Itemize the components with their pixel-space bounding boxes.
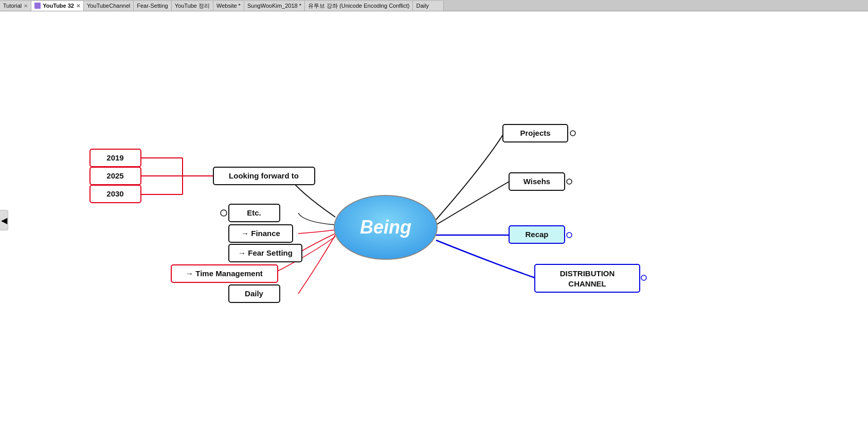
tab-daily[interactable]: Daily — [413, 1, 444, 11]
center-node-label: Being — [360, 217, 411, 238]
tab-sungwookim[interactable]: SungWooKim_2018 * — [244, 1, 305, 11]
conn-etc — [298, 213, 335, 225]
fearsetting-node-label: → Fear Setting — [238, 248, 293, 257]
sidebar-handle[interactable]: ◀ — [0, 210, 8, 230]
tab-label: YouTubeChannel — [87, 3, 130, 9]
tab-label: YouTube 정리 — [175, 2, 210, 10]
conn-wisehs — [436, 182, 509, 225]
wisehs-handle[interactable] — [567, 179, 572, 184]
tab-label-youtube32: YouTube 32 — [43, 3, 74, 9]
y2025-node-label: 2025 — [106, 171, 123, 180]
y2019-node-label: 2019 — [106, 153, 123, 162]
tab-fearsetting[interactable]: Fear-Setting — [134, 1, 172, 11]
tab-unicode[interactable]: 유투브 강좌 (Unicode Encoding Conflict) — [305, 1, 413, 11]
tab-label: Website * — [216, 3, 241, 9]
wisehs-node-label: Wisehs — [523, 177, 550, 186]
timemanagement-node-label: → Time Management — [186, 269, 263, 278]
tab-label: Fear-Setting — [137, 3, 168, 9]
tab-icon-youtube32 — [34, 3, 41, 9]
sidebar-handle-icon: ◀ — [1, 216, 7, 225]
conn-projects — [436, 133, 504, 220]
etc-handle[interactable] — [221, 210, 227, 216]
tab-youtubechannel[interactable]: YouTubeChannel — [84, 1, 134, 11]
projects-node-label: Projects — [520, 129, 550, 137]
tab-website[interactable]: Website * — [213, 1, 244, 11]
distribution-node-label-line2: CHANNEL — [568, 279, 606, 288]
conn-fearsetting — [298, 234, 335, 253]
tab-bar: Tutorial ✕ YouTube 32 ✕ YouTubeChannel F… — [0, 0, 868, 11]
looking-forward-node-label: Looking forward to — [229, 171, 299, 180]
y2030-node-label: 2030 — [106, 189, 123, 198]
projects-handle[interactable] — [570, 131, 575, 136]
distribution-node-label-line1: DISTRIBUTION — [560, 269, 615, 278]
tab-tutorial[interactable]: Tutorial ✕ — [0, 1, 31, 11]
recap-node-label: Recap — [525, 230, 548, 239]
recap-handle[interactable] — [567, 233, 572, 238]
tab-youtube32[interactable]: YouTube 32 ✕ — [31, 1, 84, 11]
distribution-handle[interactable] — [641, 275, 646, 280]
conn-daily — [298, 235, 335, 294]
daily-node-label: Daily — [245, 289, 264, 298]
mindmap-canvas[interactable]: ◀ — [0, 11, 868, 429]
tab-close-youtube32[interactable]: ✕ — [76, 3, 80, 9]
mindmap-svg: Being Projects Wisehs Recap DISTRIBUTION… — [0, 11, 868, 429]
tab-label: Daily — [416, 3, 428, 9]
etc-node-label: Etc. — [247, 208, 261, 217]
conn-finance — [298, 230, 335, 234]
tab-label: Tutorial — [3, 3, 22, 9]
tab-close-tutorial[interactable]: ✕ — [24, 3, 28, 9]
conn-distribution — [436, 240, 535, 278]
tab-youtube-summary[interactable]: YouTube 정리 — [172, 1, 213, 11]
finance-node-label: → Finance — [241, 229, 280, 238]
tab-label: SungWooKim_2018 * — [247, 3, 301, 9]
tab-label: 유투브 강좌 (Unicode Encoding Conflict) — [308, 2, 409, 10]
